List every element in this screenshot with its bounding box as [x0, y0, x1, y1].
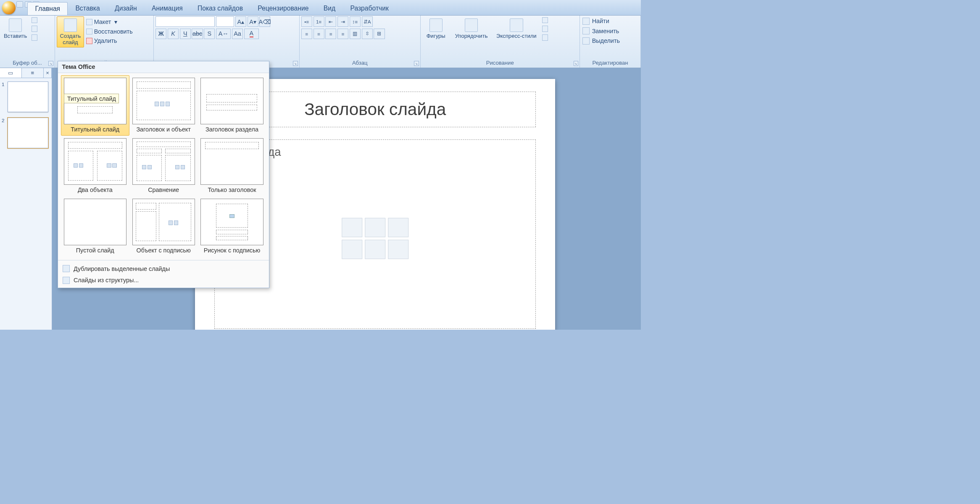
layout-content-caption[interactable]: Объект с подписью	[129, 196, 198, 257]
outdent-button[interactable]: ⇤	[325, 16, 336, 27]
drawing-launcher[interactable]: ↘	[574, 61, 579, 66]
tab-view[interactable]: Вид	[316, 2, 342, 15]
align-center-button[interactable]: ≡	[313, 29, 324, 39]
arrange-button[interactable]: Упорядочить	[451, 16, 492, 41]
find-label: Найти	[592, 18, 609, 24]
bold-button[interactable]: Ж	[155, 29, 166, 39]
shape-effects-button[interactable]	[541, 34, 549, 41]
shape-fill-button[interactable]	[541, 16, 549, 24]
shadow-button[interactable]: S	[204, 29, 215, 39]
drawing-small-buttons	[541, 16, 549, 41]
tab-developer[interactable]: Разработчик	[343, 2, 395, 15]
change-case-button[interactable]: Aa	[232, 29, 243, 39]
qat-save-icon[interactable]	[16, 1, 23, 8]
tab-slideshow[interactable]: Показ слайдов	[190, 2, 250, 15]
insert-picture-icon[interactable]	[342, 240, 363, 259]
smartart-button[interactable]: ⊞	[374, 29, 385, 39]
gallery-separator	[58, 260, 269, 260]
paragraph-launcher[interactable]: ↘	[414, 61, 419, 66]
shrink-font-button[interactable]: A▾	[248, 16, 258, 27]
close-pane-button[interactable]: ×	[44, 68, 52, 78]
reset-button[interactable]: Восстановить	[85, 28, 134, 36]
thumbnail-2[interactable]: 2	[2, 118, 50, 148]
group-paragraph-title: Абзац	[301, 59, 419, 68]
shapes-button[interactable]: Фигуры	[422, 16, 450, 41]
office-button[interactable]	[2, 1, 15, 14]
cut-button[interactable]	[30, 16, 39, 24]
insert-smartart-icon[interactable]	[388, 218, 409, 237]
tab-design[interactable]: Дизайн	[108, 2, 144, 15]
insert-table-icon[interactable]	[342, 218, 363, 237]
insert-chart-icon[interactable]	[365, 218, 386, 237]
text-direction-button[interactable]: ⇵A	[362, 16, 373, 27]
bullets-button[interactable]: •≡	[301, 16, 312, 27]
find-button[interactable]: Найти	[582, 16, 610, 26]
tab-insert[interactable]: Вставка	[68, 2, 107, 15]
insert-clipart-icon[interactable]	[365, 240, 386, 259]
layout-tooltip: Титульный слайд	[64, 94, 119, 103]
insert-media-icon[interactable]	[388, 240, 409, 259]
group-clipboard-title: Буфер об...	[2, 59, 53, 68]
tab-home[interactable]: Главная	[27, 2, 68, 15]
align-right-button[interactable]: ≡	[325, 29, 336, 39]
format-painter-button[interactable]	[30, 34, 39, 41]
layout-thumb	[200, 199, 263, 245]
font-launcher[interactable]: ↘	[293, 61, 298, 66]
strike-button[interactable]: abc	[192, 29, 203, 39]
slides-small-buttons: Макет ▾ Восстановить Удалить	[85, 18, 134, 45]
layout-thumb	[200, 138, 263, 185]
layout-label: Пустой слайд	[76, 247, 114, 254]
layout-blank[interactable]: Пустой слайд	[61, 196, 129, 257]
justify-button[interactable]: ≡	[337, 29, 348, 39]
slides-tab[interactable]: ▭	[0, 68, 22, 78]
layout-title-content[interactable]: Заголовок и объект	[129, 75, 198, 136]
new-slide-button[interactable]: Создать слайд	[57, 16, 84, 47]
new-slide-label: Создать слайд	[60, 33, 81, 45]
shapes-label: Фигуры	[427, 33, 445, 39]
layout-thumb	[132, 199, 195, 245]
quick-styles-button[interactable]: Экспресс-стили	[493, 16, 540, 41]
font-name-combo[interactable]	[155, 16, 215, 27]
indent-button[interactable]: ⇥	[337, 16, 348, 27]
align-text-button[interactable]: ⇳	[362, 29, 373, 39]
layout-two-content[interactable]: Два объекта	[61, 136, 129, 196]
outline-tab[interactable]: ≡	[22, 68, 44, 78]
delete-slide-button[interactable]: Удалить	[85, 37, 134, 45]
clear-formatting-button[interactable]: A⌫	[259, 16, 270, 27]
underline-button[interactable]: Ч	[180, 29, 191, 39]
tab-animation[interactable]: Анимация	[145, 2, 190, 15]
layout-thumb	[132, 138, 195, 185]
layout-title-only[interactable]: Только заголовок	[198, 136, 266, 196]
tab-review[interactable]: Рецензирование	[250, 2, 316, 15]
select-button[interactable]: Выделить	[582, 36, 621, 45]
reset-label: Восстановить	[94, 28, 133, 35]
italic-button[interactable]: K	[168, 29, 179, 39]
align-left-button[interactable]: ≡	[301, 29, 312, 39]
numbering-button[interactable]: 1≡	[313, 16, 324, 27]
shape-outline-button[interactable]	[541, 25, 549, 32]
char-spacing-button[interactable]: A↔	[216, 29, 231, 39]
layout-label: Заголовок и объект	[136, 126, 190, 133]
duplicate-slides-menuitem[interactable]: Дублировать выделенные слайды	[58, 263, 269, 274]
paste-button[interactable]: Вставить	[2, 16, 29, 41]
layout-picture-caption[interactable]: Рисунок с подписью	[198, 196, 266, 257]
layout-section-header[interactable]: Заголовок раздела	[198, 75, 266, 136]
new-slide-icon	[64, 18, 77, 32]
thumbnail-preview	[8, 118, 48, 148]
layout-label: Рисунок с подписью	[204, 247, 261, 254]
line-spacing-button[interactable]: ↕≡	[350, 16, 361, 27]
columns-button[interactable]: ▥	[350, 29, 361, 39]
layout-button[interactable]: Макет ▾	[85, 18, 134, 26]
font-color-button[interactable]: A	[244, 29, 259, 39]
replace-button[interactable]: Заменить	[582, 26, 620, 36]
quick-styles-icon	[510, 18, 523, 32]
select-icon	[582, 37, 590, 45]
grow-font-button[interactable]: A▴	[235, 16, 246, 27]
layout-title-slide[interactable]: Титульный слайд Титульный слайд	[61, 75, 129, 136]
copy-button[interactable]	[30, 25, 39, 32]
clipboard-launcher[interactable]: ↘	[48, 61, 53, 66]
font-size-combo[interactable]	[216, 16, 234, 27]
slides-from-outline-menuitem[interactable]: Слайды из структуры...	[58, 275, 269, 286]
thumbnail-1[interactable]: 1	[2, 81, 50, 112]
layout-comparison[interactable]: Сравнение	[129, 136, 198, 196]
